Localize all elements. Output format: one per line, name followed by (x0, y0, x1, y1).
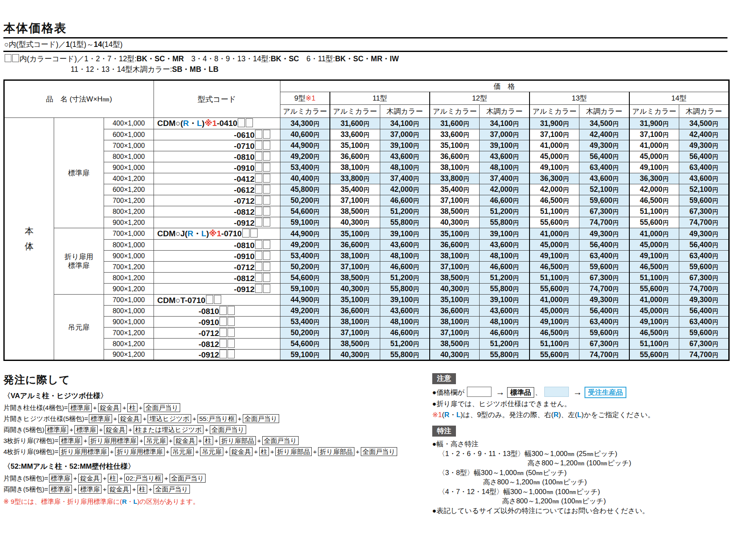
price-cell: 34,300円 (280, 118, 330, 129)
price-value: 31,600 (340, 119, 363, 128)
yen-suffix: 円 (313, 132, 319, 138)
kit-part-box: 標準扉 (59, 436, 82, 445)
price-value: 42,000 (490, 185, 513, 194)
price-cell: 67,300円 (579, 273, 629, 284)
yen-suffix: 円 (513, 132, 519, 138)
price-cell: 41,000円 (530, 140, 579, 151)
price-value: 67,300 (590, 207, 612, 216)
placeholder-box (263, 262, 270, 271)
plus-sign: + (128, 426, 132, 433)
yen-suffix: 円 (413, 121, 419, 127)
placeholder-box (12, 54, 19, 62)
text-segment: BK・SC (271, 55, 299, 63)
color-header: 木調カラー (380, 105, 430, 118)
placeholder-box (255, 218, 262, 227)
plus-sign: + (313, 448, 317, 455)
price-value: 46,500 (540, 196, 563, 205)
price-value: 35,100 (440, 141, 463, 150)
table-row: 700×1,200-071250,200円37,100円46,600円37,10… (4, 195, 729, 206)
yen-suffix: 円 (413, 242, 419, 249)
yen-suffix: 円 (713, 352, 719, 358)
price-cell: 38,100円 (430, 162, 480, 173)
price-value: 45,000 (640, 240, 663, 249)
price-value: 37,100 (540, 130, 563, 139)
yen-suffix: 円 (713, 286, 719, 292)
price-value: 40,300 (440, 350, 463, 359)
price-cell: 49,200円 (280, 306, 330, 317)
price-value: 39,100 (490, 229, 513, 238)
price-cell: 51,100円 (530, 339, 579, 350)
plus-sign: + (119, 475, 123, 482)
placeholder-box (255, 174, 262, 183)
yen-suffix: 円 (413, 286, 419, 292)
price-value: 35,400 (340, 185, 363, 194)
price-value: 35,100 (440, 295, 463, 304)
placeholder-box (228, 339, 235, 348)
price-cell: 55,800円 (380, 284, 430, 295)
table-row: 600×1,000-061040,600円33,600円37,000円33,60… (4, 129, 729, 140)
price-cell: 59,600円 (679, 328, 729, 339)
kit-part-box: 錠金具 (230, 447, 253, 456)
divider-rule (3, 51, 727, 52)
color-code-note-line2: 11・12・13・14型木調カラー:SB・MB・LB (71, 64, 219, 74)
placeholder-box (255, 273, 262, 282)
price-value: 51,100 (640, 207, 663, 216)
kit-line-prefix: 両開き(5梱包)= (3, 486, 48, 493)
yen-suffix: 円 (713, 308, 719, 314)
price-cell: 45,800円 (280, 184, 330, 195)
price-value: 34,300 (291, 119, 313, 128)
price-value: 45,000 (540, 152, 563, 161)
text-segment: 11・12・13・14型木調カラー: (71, 65, 172, 74)
price-cell: 59,100円 (280, 284, 330, 295)
price-value: 39,100 (390, 295, 413, 304)
price-value: 46,600 (390, 196, 413, 205)
plus-sign: + (225, 448, 228, 455)
price-value: 49,200 (291, 152, 313, 161)
yen-suffix: 円 (713, 187, 719, 193)
price-value: 49,100 (540, 317, 563, 326)
group-label: 吊元扉 (54, 295, 104, 361)
plus-sign: + (103, 475, 107, 482)
yen-suffix: 円 (413, 308, 419, 314)
price-value: 38,100 (340, 251, 363, 260)
kit-part-box: 02:戸当り框 (124, 474, 163, 483)
kit-part-box: 全面戸当り (262, 436, 299, 445)
table-row: 800×1,200-081254,600円38,500円51,200円38,50… (4, 339, 729, 350)
price-cell: 45,000円 (530, 306, 579, 317)
yen-suffix: 円 (713, 220, 719, 226)
price-cell: 74,700円 (679, 284, 729, 295)
price-cell: 67,300円 (579, 339, 629, 350)
plus-sign: + (205, 426, 209, 433)
text-segment: ・ (127, 498, 134, 505)
size-cell: 800×1,200 (104, 273, 154, 284)
size-cell: 800×1,000 (104, 151, 154, 162)
price-cell: 36,600円 (330, 306, 380, 317)
price-value: 67,300 (590, 339, 612, 348)
price-value: 51,100 (640, 273, 663, 282)
yen-suffix: 円 (313, 264, 319, 270)
price-value: 51,100 (540, 339, 563, 348)
code-cell: -0812 (154, 206, 280, 217)
price-cell: 63,400円 (579, 251, 629, 262)
price-value: 67,300 (590, 273, 612, 282)
price-value: 38,500 (440, 273, 463, 282)
price-value: 55,600 (640, 218, 663, 227)
yen-suffix: 円 (464, 319, 469, 325)
price-value: 74,700 (689, 350, 712, 359)
price-cell: 38,500円 (430, 339, 480, 350)
price-value: 40,600 (291, 130, 313, 139)
kit-part-box: 錠金具 (104, 425, 127, 434)
price-cell: 49,300円 (679, 140, 729, 151)
yen-suffix: 円 (663, 341, 669, 347)
price-value: 38,500 (440, 207, 463, 216)
table-row: 900×1,000-091053,400円38,100円48,100円38,10… (4, 162, 729, 173)
group-label-line: 標準扉 (54, 261, 104, 270)
price-cell: 49,100円 (629, 251, 679, 262)
yen-suffix: 円 (713, 209, 719, 215)
price-cell: 43,600円 (679, 173, 729, 184)
text-segment: (1型)～ (70, 40, 93, 49)
text-segment: -0712 (198, 328, 219, 337)
yen-suffix: 円 (513, 154, 519, 160)
kit-line: 両開き(5梱包)=標準扉+標準扉+錠金具+柱+全面戸当り (3, 484, 426, 495)
custom-note-line: 〈1・2・6・9・11・13型〉幅300～1,000㎜ (25㎜ピッチ) (432, 449, 730, 459)
